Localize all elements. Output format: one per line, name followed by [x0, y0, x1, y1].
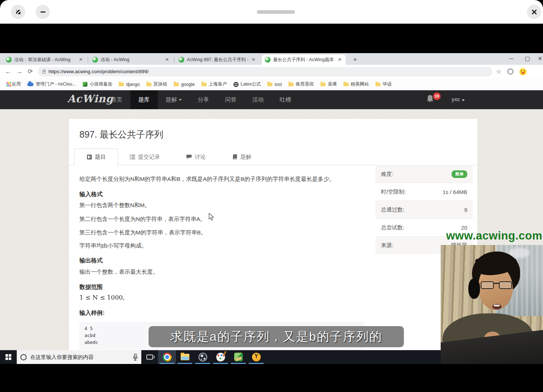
- task-view-icon: [146, 355, 153, 360]
- glasses: [481, 281, 512, 290]
- nav-complaints[interactable]: 吐槽: [272, 90, 299, 109]
- taskbar-yellow-app[interactable]: [247, 350, 265, 364]
- file-explorer-icon: [181, 354, 189, 360]
- stat-row-limits: 时/空限制: 1s / 64MB: [375, 183, 473, 201]
- globe-icon: [233, 82, 239, 87]
- cloud-icon: [27, 83, 34, 86]
- microphone-icon[interactable]: [133, 354, 138, 361]
- taskbar-obs[interactable]: [194, 350, 212, 364]
- reload-icon[interactable]: ⟳: [28, 68, 33, 75]
- browser-tab-1[interactable]: 活动：算法基础课 - AcWing ✕: [3, 55, 87, 65]
- bookmark-folder[interactable]: 上海落户: [201, 81, 227, 87]
- mouse-cursor: [209, 213, 215, 221]
- folder-icon: [320, 83, 326, 86]
- tab-close-icon[interactable]: ✕: [337, 57, 343, 63]
- notification-badge: 19: [433, 92, 441, 100]
- bookmark-item[interactable]: 小游戏备选: [83, 81, 113, 87]
- tab-submissions[interactable]: 提交记录: [130, 149, 160, 165]
- start-button[interactable]: [0, 350, 17, 364]
- drag-handle[interactable]: [257, 10, 295, 14]
- site-icon: [83, 82, 87, 87]
- data-range-formula: 1 ≤ N ≤ 1000,: [79, 294, 125, 301]
- nav-problems[interactable]: 题库: [130, 90, 158, 109]
- tab-discussion[interactable]: 讨论: [186, 149, 206, 165]
- folder-icon: [146, 83, 152, 86]
- screen: 活动：算法基础课 - AcWing ✕ 活动 - AcWing ✕ AcWing…: [0, 0, 543, 392]
- nav-activity[interactable]: 活动: [244, 90, 272, 109]
- folder-icon: [375, 83, 381, 86]
- page-title: 897. 最长公共子序列: [79, 128, 164, 140]
- notifications-button[interactable]: 19: [426, 94, 438, 105]
- window-minimize-button[interactable]: —: [505, 53, 518, 65]
- statement-text: 输出一个整数，表示最大长度。: [79, 268, 158, 276]
- tab-close-icon[interactable]: ✕: [78, 57, 84, 63]
- bookmark-folder[interactable]: google: [174, 82, 195, 87]
- url-text[interactable]: https://www.acwing.com/problem/content/8…: [48, 69, 149, 74]
- browser-tab-3[interactable]: AcWing 897. 最长公共子序列 - ✕: [176, 55, 259, 65]
- acwing-favicon: [6, 57, 12, 63]
- nav-home[interactable]: 首页: [103, 90, 130, 109]
- section-heading: 输入样例:: [79, 309, 105, 317]
- problem-tabs: 题目 提交记录 讨论 题解: [69, 149, 477, 165]
- annotate-button[interactable]: [11, 5, 25, 19]
- tab-title: 最长公共子序列 - AcWing题库: [273, 57, 337, 63]
- paint-palette-icon: [216, 352, 226, 362]
- nav-solutions[interactable]: 题解: [158, 90, 190, 109]
- new-tab-button[interactable]: +: [350, 55, 360, 64]
- tab-close-icon[interactable]: ✕: [164, 57, 170, 63]
- taskbar-green-app[interactable]: [229, 350, 247, 364]
- user-menu[interactable]: yxc: [452, 96, 465, 103]
- nav-qa[interactable]: 问答: [217, 90, 244, 109]
- extension-icon[interactable]: [507, 68, 514, 75]
- nav-share[interactable]: 分享: [190, 90, 217, 109]
- pen-icon: [15, 8, 22, 16]
- section-heading: 数据范围: [79, 284, 103, 291]
- close-player-button[interactable]: [527, 5, 541, 19]
- acwing-favicon: [178, 57, 184, 63]
- video-player-bar: [0, 0, 543, 24]
- forward-icon[interactable]: →: [16, 68, 23, 75]
- stat-row-accepted: 总通过数: 9: [375, 201, 473, 218]
- task-view-button[interactable]: [141, 350, 158, 364]
- window-close-button[interactable]: ✕: [534, 53, 543, 65]
- obs-icon: [198, 353, 207, 361]
- search-placeholder: 在这里输入你要搜索的内容: [30, 354, 133, 361]
- bookmark-folder[interactable]: 推荐系统: [288, 81, 314, 87]
- bookmark-folder[interactable]: django: [119, 82, 140, 87]
- statement-text: 给定两个长度分别为N和M的字符串A和B，求既是A的子序列又是B的子序列的字符串长…: [79, 175, 335, 183]
- problem-card: 897. 最长公共子序列 题目 提交记录 讨论 题解: [68, 118, 478, 351]
- video-subtitle: 求既是a的子序列，又是b的子序列的: [149, 326, 404, 347]
- stat-value: 1s / 64MB: [442, 189, 467, 195]
- minimize-player-button[interactable]: [36, 5, 50, 19]
- bookmark-apps[interactable]: 应用: [7, 81, 21, 87]
- window-maximize-button[interactable]: ▢: [521, 53, 534, 65]
- taskbar-chrome[interactable]: [158, 350, 176, 364]
- bookmark-folder[interactable]: 区块链: [146, 81, 168, 87]
- back-icon[interactable]: ←: [5, 68, 11, 75]
- browser-tab-4-active[interactable]: 最长公共子序列 - AcWing题库 ✕: [262, 55, 346, 65]
- tab-close-icon[interactable]: ✕: [251, 57, 256, 63]
- minus-icon: [39, 8, 47, 16]
- bookmark-item[interactable]: Latex公式: [233, 81, 261, 87]
- bookmark-item[interactable]: 管理门户 - rixClou...: [27, 81, 76, 87]
- tab-problem[interactable]: 题目: [74, 149, 118, 166]
- bookmark-folder[interactable]: iost: [267, 82, 282, 87]
- url-field[interactable]: https://www.acwing.com/problem/content/8…: [38, 67, 492, 76]
- statement-text: 第一行包含两个整数N和M。: [79, 202, 150, 209]
- tab-solutions[interactable]: 题解: [232, 149, 251, 165]
- bookmark-star-icon[interactable]: ☆: [496, 68, 501, 75]
- bookmark-folder[interactable]: 直播: [320, 81, 337, 87]
- taskbar-file-explorer[interactable]: [176, 350, 194, 364]
- taskbar-search-input[interactable]: 在这里输入你要搜索的内容: [17, 350, 141, 364]
- bookmark-folder[interactable]: 精美网站: [343, 81, 369, 87]
- taskbar-paint[interactable]: [212, 350, 229, 364]
- statement-text: 第三行包含一个长度为M的字符串，表示字符串B。: [79, 229, 206, 237]
- profile-avatar-icon[interactable]: [519, 68, 527, 75]
- close-icon: [531, 9, 538, 15]
- bookmark-folder[interactable]: 毕设: [375, 81, 392, 87]
- green-app-icon: [234, 353, 243, 361]
- tab-title: 活动 - AcWing: [101, 57, 164, 63]
- stat-row-difficulty: 难度: 简单: [375, 165, 473, 183]
- browser-tab-2[interactable]: 活动 - AcWing ✕: [89, 55, 173, 65]
- folder-icon: [267, 83, 272, 86]
